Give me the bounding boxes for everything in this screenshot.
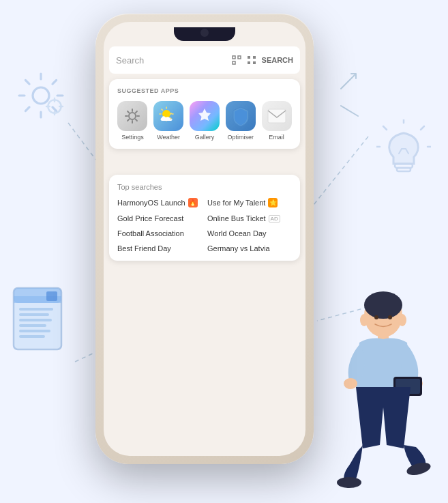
gear-decoration xyxy=(14,68,68,123)
phone-screen: Search SEARCH xyxy=(104,22,305,456)
svg-rect-28 xyxy=(395,379,420,394)
svg-rect-6 xyxy=(395,164,413,168)
svg-line-21 xyxy=(317,307,368,321)
svg-rect-7 xyxy=(397,168,410,171)
search-item-football[interactable]: Football Association xyxy=(117,229,202,238)
searches-grid: HarmonyOS Launch 🔥 Use for My Talent ⭐ G… xyxy=(117,198,292,253)
svg-rect-37 xyxy=(233,61,235,64)
svg-rect-11 xyxy=(46,291,57,301)
lightbulb-decoration xyxy=(376,119,431,188)
weather-app-label: Weather xyxy=(157,134,180,141)
svg-rect-13 xyxy=(19,313,49,316)
search-item-ocean[interactable]: World Ocean Day xyxy=(207,229,292,238)
settings-app-label: Settings xyxy=(121,134,144,141)
svg-point-0 xyxy=(48,100,61,113)
gallery-app-icon xyxy=(190,101,220,131)
svg-point-31 xyxy=(360,314,368,326)
settings-app-icon xyxy=(117,101,147,131)
search-item-germany[interactable]: Germany vs Latvia xyxy=(207,244,292,253)
svg-rect-17 xyxy=(19,335,45,338)
phone-container: Search SEARCH xyxy=(95,14,314,464)
svg-rect-38 xyxy=(248,56,250,59)
ad-badge: AD xyxy=(269,215,280,222)
svg-point-29 xyxy=(337,477,361,488)
svg-rect-45 xyxy=(268,109,286,123)
weather-app-icon xyxy=(153,101,183,131)
scan-icon xyxy=(232,55,241,65)
app-gallery[interactable]: Gallery xyxy=(190,101,220,141)
svg-rect-41 xyxy=(253,61,256,64)
app-email[interactable]: Email xyxy=(262,101,292,141)
svg-rect-10 xyxy=(14,296,61,303)
svg-line-4 xyxy=(383,126,387,130)
svg-rect-36 xyxy=(238,56,241,59)
email-app-label: Email xyxy=(269,134,284,141)
svg-rect-15 xyxy=(19,324,46,327)
optimiser-app-icon xyxy=(226,101,256,131)
document-decoration xyxy=(7,285,75,360)
svg-point-23 xyxy=(364,291,402,319)
fire-badge: 🔥 xyxy=(188,198,198,207)
app-weather[interactable]: Weather xyxy=(153,101,183,141)
phone-camera xyxy=(200,29,209,37)
suggested-apps-panel: SUGGESTED APPS Settings xyxy=(109,79,300,149)
search-item-talent[interactable]: Use for My Talent ⭐ xyxy=(207,198,292,207)
gallery-app-label: Gallery xyxy=(195,134,215,141)
svg-rect-35 xyxy=(233,56,235,59)
svg-point-42 xyxy=(129,113,136,119)
search-icons: SEARCH xyxy=(232,55,293,65)
search-placeholder: Search xyxy=(116,55,144,66)
app-optimiser[interactable]: Optimiser xyxy=(226,101,256,141)
search-bar[interactable]: Search SEARCH xyxy=(109,46,300,74)
svg-point-32 xyxy=(398,314,406,326)
svg-rect-12 xyxy=(19,308,53,311)
phone-outer: Search SEARCH xyxy=(95,14,314,464)
optimiser-app-label: Optimiser xyxy=(228,134,254,141)
svg-rect-40 xyxy=(248,61,250,64)
email-app-icon xyxy=(262,101,292,131)
top-searches-panel: Top searches HarmonyOS Launch 🔥 Use for … xyxy=(109,175,300,261)
suggested-apps-label: SUGGESTED APPS xyxy=(117,87,292,94)
svg-marker-44 xyxy=(198,109,211,121)
svg-rect-24 xyxy=(378,332,389,343)
svg-rect-8 xyxy=(14,288,61,349)
svg-rect-14 xyxy=(19,319,52,321)
search-item-gold[interactable]: Gold Price Forecast xyxy=(117,214,202,222)
svg-point-33 xyxy=(374,315,378,319)
apps-row: Settings Weather xyxy=(117,101,292,141)
app-settings[interactable]: Settings xyxy=(117,101,147,141)
svg-rect-16 xyxy=(19,330,50,332)
svg-point-22 xyxy=(364,293,402,337)
svg-line-2 xyxy=(421,126,424,130)
star-badge: ⭐ xyxy=(268,198,278,207)
svg-point-25 xyxy=(344,378,357,389)
grid-icon xyxy=(247,55,256,65)
svg-rect-39 xyxy=(253,56,256,59)
search-item-bestfriend[interactable]: Best Friend Day xyxy=(117,244,202,253)
svg-rect-9 xyxy=(14,288,61,303)
svg-point-30 xyxy=(406,461,432,478)
search-button[interactable]: SEARCH xyxy=(262,56,293,64)
svg-line-19 xyxy=(314,136,368,205)
svg-rect-27 xyxy=(393,377,422,396)
search-item-bus[interactable]: Online Bus Ticket AD xyxy=(207,214,292,222)
svg-point-26 xyxy=(409,378,423,389)
top-searches-label: Top searches xyxy=(117,183,292,191)
svg-point-34 xyxy=(388,315,392,319)
search-item-harmonyos[interactable]: HarmonyOS Launch 🔥 xyxy=(117,198,202,207)
